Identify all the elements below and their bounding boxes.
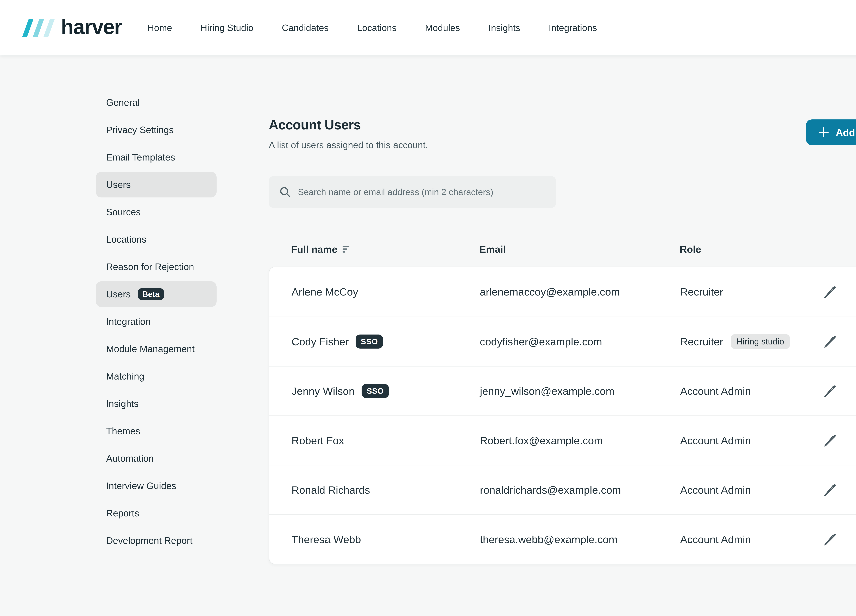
cell-email: jenny_wilson@example.com bbox=[480, 385, 680, 397]
table-row: Jenny Wilson SSO jenny_wilson@example.co… bbox=[269, 366, 856, 415]
sidebar-item[interactable]: Development Report bbox=[96, 528, 217, 553]
page-header-text: Account Users A list of users assigned t… bbox=[269, 118, 428, 150]
cell-role: Account Admin bbox=[680, 484, 817, 496]
sidebar-item-label: Development Report bbox=[106, 535, 192, 546]
cell-full-name: Jenny Wilson SSO bbox=[291, 384, 480, 398]
row-actions bbox=[817, 384, 856, 398]
table-row: Arlene McCoy arlenemaccoy@example.com Re… bbox=[269, 267, 856, 316]
sidebar-item[interactable]: Locations bbox=[96, 227, 217, 252]
sidebar-item[interactable]: Automation bbox=[96, 445, 217, 471]
page-header: Account Users A list of users assigned t… bbox=[269, 118, 856, 150]
hiring-studio-badge: Hiring studio bbox=[731, 334, 790, 349]
harver-wordmark: harver bbox=[61, 17, 122, 39]
nav-item[interactable]: Integrations bbox=[549, 22, 597, 33]
sidebar-item[interactable]: Email Templates bbox=[96, 144, 217, 170]
sidebar-item[interactable]: Users Beta bbox=[96, 281, 217, 307]
sidebar-item[interactable]: Interview Guides bbox=[96, 473, 217, 499]
harver-logo[interactable]: harver bbox=[22, 17, 122, 39]
sidebar-item[interactable]: Themes bbox=[96, 418, 217, 444]
sidebar-item-label: Matching bbox=[106, 371, 144, 382]
harver-logo-icon bbox=[22, 19, 55, 37]
sidebar-item[interactable]: Users bbox=[96, 172, 217, 197]
sidebar-item[interactable]: Integration bbox=[96, 309, 217, 334]
nav-item[interactable]: Home bbox=[148, 22, 172, 33]
sidebar-item[interactable]: Sources bbox=[96, 199, 217, 225]
nav-item[interactable]: Locations bbox=[357, 22, 397, 33]
user-name: Jenny Wilson bbox=[291, 385, 355, 397]
sidebar-item-label: Privacy Settings bbox=[106, 124, 174, 135]
column-header-full-name[interactable]: Full name bbox=[291, 243, 479, 255]
content-area: General Privacy Settings Email Templates… bbox=[0, 55, 856, 564]
sidebar-item-label: General bbox=[106, 97, 140, 108]
edit-user-button[interactable] bbox=[823, 335, 837, 349]
add-user-label: Add user bbox=[836, 127, 856, 138]
cell-full-name: Ronald Richards bbox=[291, 484, 480, 496]
edit-user-button[interactable] bbox=[823, 285, 837, 299]
cell-full-name: Arlene McCoy bbox=[291, 286, 480, 298]
column-header-role: Role bbox=[680, 243, 818, 255]
cell-email: Robert.fox@example.com bbox=[480, 435, 680, 447]
table-row: Cody Fisher SSO codyfisher@example.com R… bbox=[269, 316, 856, 366]
user-role: Account Admin bbox=[680, 385, 751, 397]
user-role: Recruiter bbox=[680, 336, 723, 348]
top-bar: harver Home Hiring Studio Candidates Loc… bbox=[0, 0, 856, 55]
sidebar-item[interactable]: Matching bbox=[96, 363, 217, 389]
sidebar-item[interactable]: Reason for Rejection bbox=[96, 254, 217, 280]
sidebar-item-label: Interview Guides bbox=[106, 480, 176, 491]
user-name: Theresa Webb bbox=[291, 533, 361, 545]
beta-badge: Beta bbox=[138, 288, 164, 300]
nav-item[interactable]: Modules bbox=[425, 22, 460, 33]
sidebar-item-label: Sources bbox=[106, 207, 141, 218]
sidebar-item[interactable]: Privacy Settings bbox=[96, 117, 217, 143]
edit-user-button[interactable] bbox=[823, 483, 837, 497]
pencil-icon bbox=[823, 335, 837, 349]
row-actions bbox=[817, 532, 856, 546]
search-input[interactable] bbox=[298, 187, 545, 197]
user-name: Arlene McCoy bbox=[291, 286, 358, 298]
table-row: Robert Fox Robert.fox@example.com Accoun… bbox=[269, 415, 856, 465]
sidebar-item[interactable]: General bbox=[96, 90, 217, 115]
nav-item[interactable]: Candidates bbox=[282, 22, 328, 33]
cell-role: Account Admin bbox=[680, 435, 817, 447]
cell-role: Account Admin bbox=[680, 533, 817, 545]
pencil-icon bbox=[823, 285, 837, 299]
user-role: Recruiter bbox=[680, 286, 723, 298]
user-name: Ronald Richards bbox=[291, 484, 370, 496]
user-role: Account Admin bbox=[680, 484, 751, 496]
settings-sidebar: General Privacy Settings Email Templates… bbox=[96, 55, 217, 555]
user-role: Account Admin bbox=[680, 533, 751, 545]
cell-email: theresa.webb@example.com bbox=[480, 533, 680, 545]
sidebar-item[interactable]: Insights bbox=[96, 391, 217, 416]
pencil-icon bbox=[823, 384, 837, 398]
sidebar-item-label: Automation bbox=[106, 453, 154, 464]
pencil-icon bbox=[823, 483, 837, 497]
sso-badge: SSO bbox=[362, 384, 389, 398]
user-role: Account Admin bbox=[680, 435, 751, 447]
nav-item[interactable]: Insights bbox=[488, 22, 520, 33]
sidebar-item-label: Locations bbox=[106, 234, 146, 245]
cell-full-name: Cody Fisher SSO bbox=[291, 335, 480, 349]
users-table: Arlene McCoy arlenemaccoy@example.com Re… bbox=[269, 267, 856, 564]
sidebar-item[interactable]: Reports bbox=[96, 500, 217, 526]
sidebar-item-label: Users bbox=[106, 289, 131, 300]
cell-email: ronaldrichards@example.com bbox=[480, 484, 680, 496]
cell-email: arlenemaccoy@example.com bbox=[480, 286, 680, 298]
sidebar-item[interactable]: Module Management bbox=[96, 336, 217, 362]
nav-item[interactable]: Hiring Studio bbox=[200, 22, 253, 33]
cell-role: Recruiter Hiring studio bbox=[680, 334, 817, 349]
cell-role: Account Admin bbox=[680, 385, 817, 397]
sidebar-item-label: Reason for Rejection bbox=[106, 261, 194, 272]
cell-full-name: Robert Fox bbox=[291, 435, 480, 447]
sidebar-item-label: Module Management bbox=[106, 343, 195, 354]
sidebar-item-label: Email Templates bbox=[106, 152, 175, 163]
sidebar-item-label: Themes bbox=[106, 426, 140, 436]
column-header-email: Email bbox=[479, 243, 680, 255]
edit-user-button[interactable] bbox=[823, 532, 837, 546]
table-row: Ronald Richards ronaldrichards@example.c… bbox=[269, 465, 856, 515]
edit-user-button[interactable] bbox=[823, 384, 837, 398]
user-search bbox=[269, 176, 556, 208]
add-user-button[interactable]: Add user bbox=[806, 120, 856, 145]
edit-user-button[interactable] bbox=[823, 433, 837, 447]
main-panel: Account Users A list of users assigned t… bbox=[269, 55, 856, 564]
cell-full-name: Theresa Webb bbox=[291, 533, 480, 545]
